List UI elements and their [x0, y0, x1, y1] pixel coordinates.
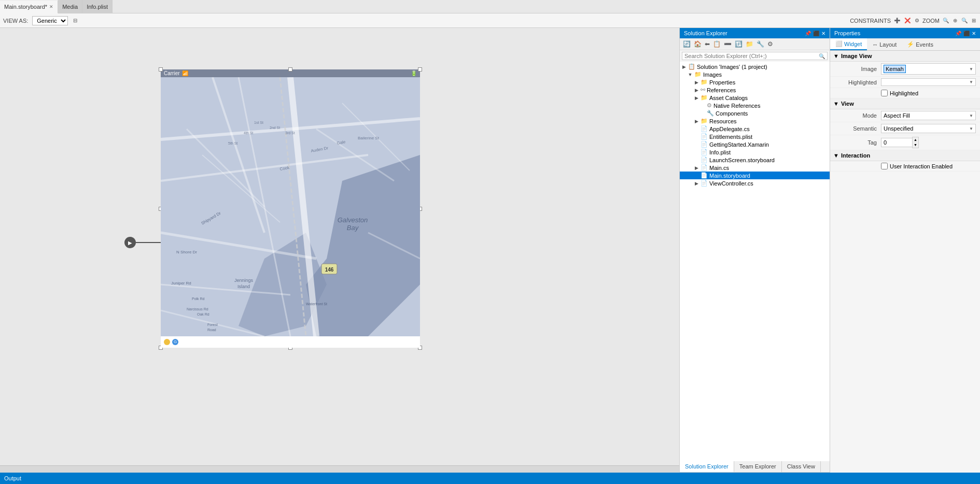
zoom-in-icon[interactable]: 🔍: [960, 17, 969, 24]
zoom-reset-icon[interactable]: ⊕: [952, 17, 958, 24]
tree-images[interactable]: ▼ 📁 Images: [680, 70, 830, 78]
handle-top-center[interactable]: [288, 67, 292, 72]
search-box[interactable]: 🔍: [682, 52, 828, 60]
maximize-icon[interactable]: ⬛: [813, 31, 819, 36]
highlighted-checkbox-input[interactable]: [881, 90, 888, 96]
toggle-maincs[interactable]: ▶: [692, 165, 701, 170]
constraints-settings-icon[interactable]: ⚙: [914, 17, 920, 24]
tab-main-storyboard-close[interactable]: ✕: [49, 4, 53, 9]
prop-close-icon[interactable]: ✕: [972, 31, 976, 36]
se-tab-class-view[interactable]: Class View: [782, 461, 821, 472]
canvas-scrollbar[interactable]: [0, 465, 679, 473]
prop-maximize-icon[interactable]: ⬛: [963, 31, 970, 36]
tree-asset-catalogs[interactable]: ▶ 📁 Asset Catalogs: [680, 94, 830, 102]
wifi-icon: 📶: [182, 70, 188, 76]
svg-text:Jennings: Jennings: [234, 278, 254, 283]
prop-highlighted-dropdown[interactable]: ▼: [881, 78, 976, 86]
toggle-properties[interactable]: ▶: [692, 80, 701, 85]
prop-user-interaction-checkbox[interactable]: User Interaction Enabled: [881, 163, 976, 169]
search-input[interactable]: [684, 53, 819, 59]
interaction-section-header[interactable]: ▼ Interaction: [830, 150, 980, 161]
images-label: Images: [703, 72, 722, 78]
tree-gettingstarted[interactable]: 📄 GettingStarted.Xamarin: [680, 140, 830, 148]
tag-input[interactable]: [881, 138, 912, 147]
se-tab-team-explorer[interactable]: Team Explorer: [734, 461, 782, 472]
tree-properties[interactable]: ▶ 📁 Properties: [680, 78, 830, 86]
svg-text:5th St: 5th St: [228, 141, 237, 145]
prop-mode-dropdown[interactable]: Aspect Fill ▼: [881, 111, 976, 120]
sol-prop-icon[interactable]: 📋: [712, 39, 722, 49]
events-tab-icon: ⚡: [907, 41, 914, 48]
tree-maincs[interactable]: ▶ 📄 Main.cs: [680, 164, 830, 172]
sol-filter-icon[interactable]: 🔧: [755, 39, 765, 49]
solution-explorer-titlebar: Solution Explorer 📌 ⬛ ✕: [680, 28, 830, 38]
asset-catalogs-icon: 📁: [701, 94, 708, 101]
tree-native-references[interactable]: ⚙ Native References: [680, 102, 830, 109]
constraints-remove-icon[interactable]: ❌: [903, 17, 912, 24]
smiley-icon: [164, 339, 170, 345]
spin-buttons[interactable]: ▲ ▼: [912, 137, 919, 148]
toggle-images[interactable]: ▼: [686, 72, 694, 77]
canvas-area[interactable]: ▶ Carrier 📶: [0, 28, 679, 473]
toggle-asset-catalogs[interactable]: ▶: [692, 95, 701, 101]
zoom-fit-icon[interactable]: ⊞: [971, 17, 977, 24]
tree-components[interactable]: 🔧 Components: [680, 109, 830, 117]
prop-tab-layout[interactable]: ↔ Layout: [867, 38, 902, 50]
properties-title: Properties: [834, 30, 860, 36]
sol-refresh-icon[interactable]: 🔃: [734, 39, 744, 49]
svg-text:4th St: 4th St: [244, 131, 253, 135]
sol-settings-icon[interactable]: ⚙: [766, 39, 774, 49]
prop-semantic-dropdown[interactable]: Unspecified ▼: [881, 124, 976, 133]
tab-media[interactable]: Media: [58, 0, 82, 13]
prop-tab-widget[interactable]: ⬜ Widget: [830, 38, 867, 50]
sol-files-icon[interactable]: 📁: [745, 39, 754, 49]
toggle-references[interactable]: ▶: [692, 88, 701, 93]
property-tabs: ⬜ Widget ↔ Layout ⚡ Events: [830, 38, 980, 51]
prop-image-dropdown[interactable]: Kemah ▼: [881, 63, 976, 75]
close-icon[interactable]: ✕: [821, 31, 825, 36]
asset-catalogs-label: Asset Catalogs: [709, 95, 748, 101]
toggle-resources[interactable]: ▶: [692, 119, 701, 124]
tree-solution[interactable]: ▶ 📋 Solution 'Images' (1 project): [680, 63, 830, 70]
sol-collapse-icon[interactable]: ➖: [723, 39, 733, 49]
user-interaction-checkbox-input[interactable]: [881, 163, 888, 169]
tree-appdelegate[interactable]: 📄 AppDelegate.cs: [680, 125, 830, 133]
spin-down[interactable]: ▼: [913, 143, 918, 148]
prop-pin-icon[interactable]: 📌: [955, 31, 961, 36]
constraints-add-icon[interactable]: ➕: [893, 17, 901, 24]
properties-scroll[interactable]: ▼ Image View Image Kemah ▼ Highlighted: [830, 51, 980, 473]
view-controller[interactable]: Carrier 📶 🔋: [161, 69, 420, 348]
tree-references[interactable]: ▶ ⚯ References: [680, 86, 830, 94]
view-section-header[interactable]: ▼ View: [830, 98, 980, 109]
svg-text:Ballerine St: Ballerine St: [358, 136, 380, 140]
toggle-viewcontroller[interactable]: ▶: [692, 181, 701, 186]
handle-top-right[interactable]: [418, 67, 422, 72]
pin-icon[interactable]: 📌: [805, 31, 811, 36]
tree-mainstoryboard[interactable]: 📄 Main.storyboard: [680, 172, 830, 179]
sol-home-icon[interactable]: 🏠: [693, 39, 703, 49]
tree-viewcontroller[interactable]: ▶ 📄 ViewController.cs: [680, 179, 830, 187]
sol-back-icon[interactable]: ⬅: [704, 39, 711, 49]
toggle-solution[interactable]: ▶: [680, 64, 688, 69]
tree-infoplist[interactable]: 📄 Info.plist: [680, 148, 830, 156]
image-view-section-header[interactable]: ▼ Image View: [830, 51, 980, 62]
prop-tag-spin[interactable]: ▲ ▼: [881, 137, 976, 148]
tree-entitlements[interactable]: 📄 Entitlements.plist: [680, 133, 830, 140]
prop-highlighted-value: ▼: [881, 78, 976, 86]
tab-info-plist[interactable]: Info.plist: [82, 0, 113, 13]
tab-main-storyboard[interactable]: Main.storyboard* ✕: [0, 1, 58, 13]
tree-resources[interactable]: ▶ 📁 Resources: [680, 117, 830, 125]
prop-user-interaction-value: User Interaction Enabled: [881, 163, 976, 169]
se-tab-solution-explorer[interactable]: Solution Explorer: [680, 461, 734, 472]
prop-highlighted-checkbox[interactable]: Highlighted: [881, 90, 976, 96]
prop-tab-events[interactable]: ⚡ Events: [902, 38, 939, 50]
view-icon[interactable]: ⊟: [72, 17, 78, 24]
handle-top-left[interactable]: [159, 67, 163, 72]
native-refs-icon: ⚙: [707, 102, 712, 109]
zoom-out-icon[interactable]: 🔍: [942, 17, 950, 24]
tree-launchscreen[interactable]: 📄 LaunchScreen.storyboard: [680, 156, 830, 164]
view-as-select[interactable]: Generic: [32, 16, 68, 25]
sol-sync-icon[interactable]: 🔄: [682, 39, 692, 49]
spin-up[interactable]: ▲: [913, 137, 918, 143]
view-collapse-icon: ▼: [833, 101, 839, 107]
